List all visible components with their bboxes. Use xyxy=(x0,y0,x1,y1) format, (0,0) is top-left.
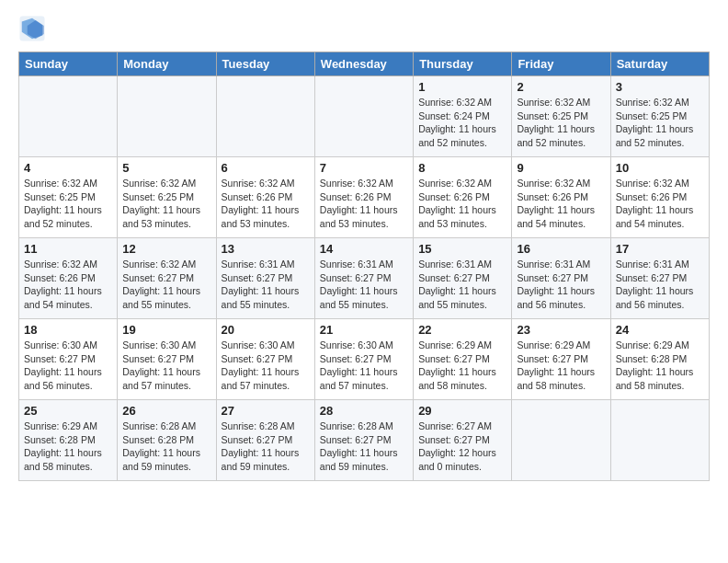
calendar-cell: 21Sunrise: 6:30 AMSunset: 6:27 PMDayligh… xyxy=(314,319,413,400)
day-info: Sunrise: 6:30 AMSunset: 6:27 PMDaylight:… xyxy=(122,339,210,393)
calendar-cell: 15Sunrise: 6:31 AMSunset: 6:27 PMDayligh… xyxy=(414,238,512,319)
day-number: 15 xyxy=(418,242,506,256)
day-info: Sunrise: 6:31 AMSunset: 6:27 PMDaylight:… xyxy=(616,258,704,312)
col-header-sunday: Sunday xyxy=(19,52,118,76)
header-row: SundayMondayTuesdayWednesdayThursdayFrid… xyxy=(19,52,710,76)
calendar-cell: 23Sunrise: 6:29 AMSunset: 6:27 PMDayligh… xyxy=(512,319,610,400)
calendar-cell: 4Sunrise: 6:32 AMSunset: 6:25 PMDaylight… xyxy=(19,157,118,238)
col-header-thursday: Thursday xyxy=(414,52,512,76)
calendar-cell: 10Sunrise: 6:32 AMSunset: 6:26 PMDayligh… xyxy=(610,157,709,238)
week-row-1: 1Sunrise: 6:32 AMSunset: 6:24 PMDaylight… xyxy=(19,76,710,157)
calendar-cell: 26Sunrise: 6:28 AMSunset: 6:28 PMDayligh… xyxy=(118,400,216,481)
calendar-cell: 8Sunrise: 6:32 AMSunset: 6:26 PMDaylight… xyxy=(414,157,512,238)
calendar-cell: 18Sunrise: 6:30 AMSunset: 6:27 PMDayligh… xyxy=(19,319,118,400)
logo xyxy=(18,15,51,42)
day-number: 9 xyxy=(517,161,605,175)
day-info: Sunrise: 6:32 AMSunset: 6:26 PMDaylight:… xyxy=(24,258,112,312)
day-info: Sunrise: 6:32 AMSunset: 6:26 PMDaylight:… xyxy=(222,177,310,231)
col-header-friday: Friday xyxy=(512,52,610,76)
day-number: 10 xyxy=(616,161,704,175)
calendar-cell xyxy=(19,76,118,157)
calendar-cell: 25Sunrise: 6:29 AMSunset: 6:28 PMDayligh… xyxy=(19,400,118,481)
calendar-cell: 20Sunrise: 6:30 AMSunset: 6:27 PMDayligh… xyxy=(216,319,314,400)
day-info: Sunrise: 6:32 AMSunset: 6:26 PMDaylight:… xyxy=(616,177,704,231)
day-info: Sunrise: 6:32 AMSunset: 6:24 PMDaylight:… xyxy=(418,96,506,150)
col-header-saturday: Saturday xyxy=(610,52,709,76)
day-info: Sunrise: 6:30 AMSunset: 6:27 PMDaylight:… xyxy=(24,339,112,393)
week-row-4: 18Sunrise: 6:30 AMSunset: 6:27 PMDayligh… xyxy=(19,319,710,400)
day-info: Sunrise: 6:32 AMSunset: 6:25 PMDaylight:… xyxy=(24,177,112,231)
day-info: Sunrise: 6:32 AMSunset: 6:27 PMDaylight:… xyxy=(122,258,210,312)
calendar-table: SundayMondayTuesdayWednesdayThursdayFrid… xyxy=(18,52,710,481)
calendar-cell: 14Sunrise: 6:31 AMSunset: 6:27 PMDayligh… xyxy=(314,238,413,319)
calendar-cell: 1Sunrise: 6:32 AMSunset: 6:24 PMDaylight… xyxy=(414,76,512,157)
day-info: Sunrise: 6:32 AMSunset: 6:25 PMDaylight:… xyxy=(616,96,704,150)
day-info: Sunrise: 6:31 AMSunset: 6:27 PMDaylight:… xyxy=(418,258,506,312)
calendar-cell: 12Sunrise: 6:32 AMSunset: 6:27 PMDayligh… xyxy=(118,238,216,319)
calendar-cell: 2Sunrise: 6:32 AMSunset: 6:25 PMDaylight… xyxy=(512,76,610,157)
calendar-cell: 17Sunrise: 6:31 AMSunset: 6:27 PMDayligh… xyxy=(610,238,709,319)
logo-icon xyxy=(18,15,46,42)
day-number: 29 xyxy=(418,404,506,418)
day-info: Sunrise: 6:30 AMSunset: 6:27 PMDaylight:… xyxy=(320,339,408,393)
calendar-cell: 19Sunrise: 6:30 AMSunset: 6:27 PMDayligh… xyxy=(118,319,216,400)
calendar-cell: 13Sunrise: 6:31 AMSunset: 6:27 PMDayligh… xyxy=(216,238,314,319)
col-header-tuesday: Tuesday xyxy=(216,52,314,76)
calendar-cell: 6Sunrise: 6:32 AMSunset: 6:26 PMDaylight… xyxy=(216,157,314,238)
day-number: 3 xyxy=(616,80,704,94)
page: SundayMondayTuesdayWednesdayThursdayFrid… xyxy=(0,0,728,492)
calendar-cell xyxy=(512,400,610,481)
calendar-cell: 27Sunrise: 6:28 AMSunset: 6:27 PMDayligh… xyxy=(216,400,314,481)
day-number: 25 xyxy=(24,404,112,418)
calendar-cell xyxy=(610,400,709,481)
calendar-cell: 16Sunrise: 6:31 AMSunset: 6:27 PMDayligh… xyxy=(512,238,610,319)
calendar-cell: 29Sunrise: 6:27 AMSunset: 6:27 PMDayligh… xyxy=(414,400,512,481)
col-header-wednesday: Wednesday xyxy=(314,52,413,76)
day-number: 27 xyxy=(222,404,310,418)
day-number: 17 xyxy=(616,242,704,256)
day-info: Sunrise: 6:29 AMSunset: 6:27 PMDaylight:… xyxy=(418,339,506,393)
calendar-cell: 3Sunrise: 6:32 AMSunset: 6:25 PMDaylight… xyxy=(610,76,709,157)
week-row-5: 25Sunrise: 6:29 AMSunset: 6:28 PMDayligh… xyxy=(19,400,710,481)
day-info: Sunrise: 6:32 AMSunset: 6:25 PMDaylight:… xyxy=(122,177,210,231)
calendar-cell: 11Sunrise: 6:32 AMSunset: 6:26 PMDayligh… xyxy=(19,238,118,319)
day-number: 2 xyxy=(517,80,605,94)
day-info: Sunrise: 6:28 AMSunset: 6:27 PMDaylight:… xyxy=(320,419,408,474)
day-number: 11 xyxy=(24,242,112,256)
calendar-cell: 24Sunrise: 6:29 AMSunset: 6:28 PMDayligh… xyxy=(610,319,709,400)
day-number: 26 xyxy=(122,404,210,418)
day-info: Sunrise: 6:28 AMSunset: 6:28 PMDaylight:… xyxy=(122,419,210,474)
day-number: 12 xyxy=(122,242,210,256)
day-info: Sunrise: 6:29 AMSunset: 6:27 PMDaylight:… xyxy=(517,339,605,393)
day-info: Sunrise: 6:31 AMSunset: 6:27 PMDaylight:… xyxy=(320,258,408,312)
day-number: 22 xyxy=(418,323,506,337)
week-row-3: 11Sunrise: 6:32 AMSunset: 6:26 PMDayligh… xyxy=(19,238,710,319)
day-info: Sunrise: 6:30 AMSunset: 6:27 PMDaylight:… xyxy=(222,339,310,393)
day-number: 16 xyxy=(517,242,605,256)
day-info: Sunrise: 6:29 AMSunset: 6:28 PMDaylight:… xyxy=(616,339,704,393)
day-number: 5 xyxy=(122,161,210,175)
col-header-monday: Monday xyxy=(118,52,216,76)
header xyxy=(18,15,710,42)
calendar-cell xyxy=(314,76,413,157)
calendar-cell: 5Sunrise: 6:32 AMSunset: 6:25 PMDaylight… xyxy=(118,157,216,238)
day-info: Sunrise: 6:27 AMSunset: 6:27 PMDaylight:… xyxy=(418,419,506,474)
day-number: 4 xyxy=(24,161,112,175)
day-info: Sunrise: 6:29 AMSunset: 6:28 PMDaylight:… xyxy=(24,419,112,474)
day-number: 23 xyxy=(517,323,605,337)
day-info: Sunrise: 6:31 AMSunset: 6:27 PMDaylight:… xyxy=(517,258,605,312)
day-number: 28 xyxy=(320,404,408,418)
day-number: 19 xyxy=(122,323,210,337)
day-number: 14 xyxy=(320,242,408,256)
day-number: 21 xyxy=(320,323,408,337)
day-info: Sunrise: 6:32 AMSunset: 6:26 PMDaylight:… xyxy=(517,177,605,231)
calendar-cell: 9Sunrise: 6:32 AMSunset: 6:26 PMDaylight… xyxy=(512,157,610,238)
day-info: Sunrise: 6:28 AMSunset: 6:27 PMDaylight:… xyxy=(222,419,310,474)
calendar-cell: 7Sunrise: 6:32 AMSunset: 6:26 PMDaylight… xyxy=(314,157,413,238)
calendar-cell: 28Sunrise: 6:28 AMSunset: 6:27 PMDayligh… xyxy=(314,400,413,481)
calendar-cell xyxy=(216,76,314,157)
day-info: Sunrise: 6:32 AMSunset: 6:25 PMDaylight:… xyxy=(517,96,605,150)
day-info: Sunrise: 6:32 AMSunset: 6:26 PMDaylight:… xyxy=(418,177,506,231)
day-number: 18 xyxy=(24,323,112,337)
day-number: 13 xyxy=(222,242,310,256)
